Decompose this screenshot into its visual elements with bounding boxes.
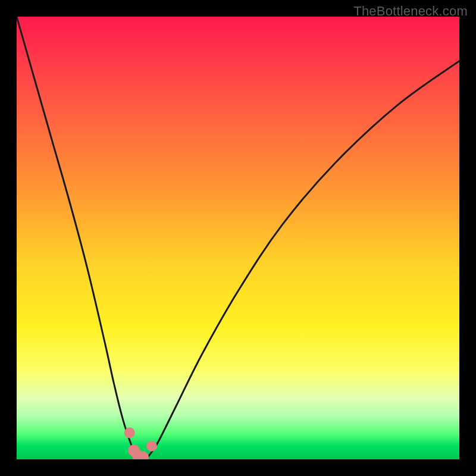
curve-marker — [146, 441, 157, 452]
chart-frame: TheBottleneck.com — [0, 0, 476, 476]
curve-path — [17, 17, 459, 459]
plot-area — [17, 17, 459, 459]
curve-markers — [124, 427, 157, 459]
curve-marker — [124, 427, 135, 438]
bottleneck-curve — [17, 17, 459, 459]
